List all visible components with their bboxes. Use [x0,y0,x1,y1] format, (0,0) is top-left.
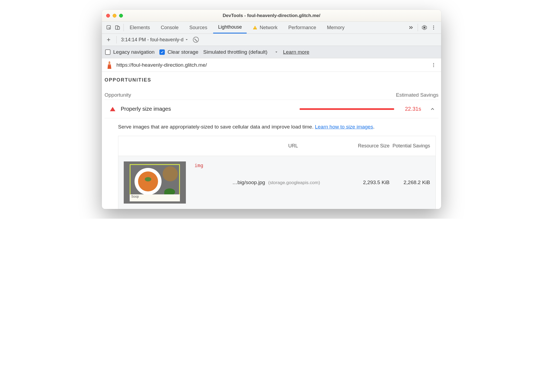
tab-performance[interactable]: Performance [283,22,321,33]
tab-console[interactable]: Console [156,22,183,33]
minimize-window-button[interactable] [113,14,116,18]
tab-label: Elements [130,25,150,31]
tab-lighthouse[interactable]: Lighthouse [213,22,247,33]
window-controls [106,14,123,18]
details-data-row: Soop img …big/soop.jpg (storage.googleap… [118,156,435,209]
element-tag: img [195,163,203,168]
lighthouse-toolbar: + 3:14:14 PM - foul-heavenly-di [102,34,441,46]
svg-point-5 [424,27,425,28]
audit-details-table: URL Resource Size Potential Savings Soop… [118,136,436,209]
tab-label: Memory [327,25,344,31]
tab-label: Performance [288,25,316,31]
tab-label: Console [161,25,179,31]
svg-rect-3 [255,27,255,28]
opportunities-section: OPPORTUNITIES Opportunity Estimated Savi… [102,72,441,209]
col-opportunity: Opportunity [105,92,131,98]
tab-elements[interactable]: Elements [125,22,155,33]
lighthouse-options-bar: Legacy navigation Clear storage Simulate… [102,46,441,58]
lighthouse-icon [106,61,113,69]
resource-size-value: 2,293.5 KiB [349,180,390,185]
audit-savings-value: 22.31s [400,106,421,112]
thumb-garnish [145,177,151,181]
report-url: https://foul-heavenly-direction.glitch.m… [116,62,207,68]
report-selector[interactable]: 3:14:14 PM - foul-heavenly-di [121,37,189,43]
section-heading: OPPORTUNITIES [105,76,438,84]
potential-savings-value: 2,268.2 KiB [390,180,430,185]
new-report-button[interactable]: + [105,36,112,43]
separator [123,24,124,31]
tab-label: Network [260,25,277,31]
dropdown-icon [185,38,189,42]
legacy-navigation-option[interactable]: Legacy navigation [105,49,155,55]
separator [418,24,418,31]
checkbox-unchecked[interactable] [105,49,110,55]
close-window-button[interactable] [106,14,110,18]
devtools-window: DevTools - foul-heavenly-direction.glitc… [102,10,441,209]
option-label: Clear storage [167,49,198,55]
opportunity-header-row: Opportunity Estimated Savings [105,84,438,100]
kebab-menu-icon[interactable] [431,25,436,30]
savings-bar [300,108,394,110]
svg-rect-9 [109,63,110,63]
more-tabs-icon[interactable] [408,25,414,31]
report-selector-label: 3:14:14 PM - foul-heavenly-di [121,37,183,43]
resource-host: (storage.googleapis.com) [267,180,320,185]
dropdown-icon [274,50,278,54]
tab-sources[interactable]: Sources [185,22,212,33]
window-title: DevTools - foul-heavenly-direction.glitc… [102,13,441,18]
fail-triangle-icon [110,107,115,111]
audit-title: Properly size images [121,106,171,112]
svg-rect-2 [118,27,120,29]
svg-point-11 [433,65,434,65]
resource-path: …big/soop.jpg [232,180,265,185]
svg-rect-4 [255,29,255,29]
chevron-up-icon[interactable] [430,106,435,112]
throttling-label: Simulated throttling (default) [203,49,267,55]
svg-point-8 [433,29,434,29]
throttling-selector[interactable]: Simulated throttling (default) [203,49,278,55]
titlebar: DevTools - foul-heavenly-direction.glitc… [102,10,441,22]
report-url-row: https://foul-heavenly-direction.glitch.m… [102,58,441,72]
image-thumbnail: Soop [124,161,186,204]
thumb-caption: Soop [130,194,180,201]
settings-icon[interactable] [422,25,427,30]
maximize-window-button[interactable] [119,14,123,18]
option-label: Legacy navigation [113,49,155,55]
learn-more-link[interactable]: Learn more [283,49,309,55]
col-savings: Estimated Savings [396,92,438,98]
svg-point-7 [433,27,434,28]
devtools-tabbar: Elements Console Sources Lighthouse Netw… [102,22,441,34]
svg-point-10 [433,63,434,64]
clear-all-icon[interactable] [193,37,199,43]
warning-icon [253,25,257,30]
thumb-bread [163,166,178,181]
device-toolbar-icon[interactable] [115,25,120,30]
clear-storage-option[interactable]: Clear storage [159,49,198,55]
details-header-row: URL Resource Size Potential Savings [118,136,435,156]
tab-memory[interactable]: Memory [322,22,349,33]
checkbox-checked[interactable] [159,49,165,55]
tab-label: Sources [189,25,207,31]
tab-label: Lighthouse [218,24,242,30]
header-potential-savings: Potential Savings [390,143,430,149]
svg-point-12 [433,66,434,67]
separator [116,36,117,43]
description-text: Serve images that are appropriately-size… [118,124,315,130]
header-resource-size: Resource Size [349,143,390,149]
resource-url-cell[interactable]: …big/soop.jpg (storage.googleapis.com) [203,180,349,185]
audit-description: Serve images that are appropriately-size… [105,118,438,136]
learn-how-link[interactable]: Learn how to size images [315,124,373,130]
tab-network[interactable]: Network [248,22,282,33]
audit-row-properly-size-images[interactable]: Properly size images 22.31s [105,100,438,118]
period: . [373,124,374,130]
header-url: URL [237,143,349,149]
thumb-soup [138,171,158,191]
svg-point-6 [433,26,434,26]
report-menu-button[interactable] [430,62,437,68]
inspect-element-icon[interactable] [106,25,112,30]
